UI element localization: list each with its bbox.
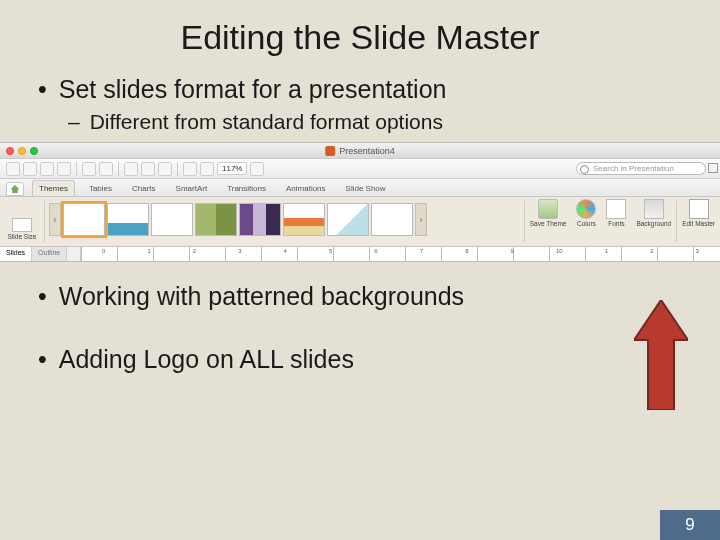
theme-thumb-6[interactable] <box>283 203 325 236</box>
tab-home-icon[interactable] <box>6 182 24 196</box>
edit-master-icon <box>689 199 709 219</box>
themes-gallery: ‹ › <box>49 203 427 236</box>
ruler-tick: 1 <box>605 248 608 254</box>
bullet-3: Adding Logo on ALL slides <box>40 345 690 374</box>
save-theme-label: Save Theme <box>530 220 567 227</box>
tab-charts[interactable]: Charts <box>126 181 162 196</box>
search-input[interactable]: Search in Presentation <box>576 162 706 175</box>
minimize-icon[interactable] <box>18 147 26 155</box>
grid-button[interactable] <box>183 162 197 176</box>
print-button[interactable] <box>57 162 71 176</box>
background-icon <box>644 199 664 219</box>
ruler-tick: 3 <box>695 248 698 254</box>
callout-arrow <box>634 300 688 410</box>
slide-content: Set slides format for a presentation Dif… <box>0 75 720 374</box>
quick-access-toolbar: 117% Search in Presentation <box>0 159 720 179</box>
slideshow-button[interactable] <box>158 162 172 176</box>
theme-thumb-3[interactable] <box>151 203 193 236</box>
ruler-tick: 1 <box>147 248 150 254</box>
document-title-text: Presentation4 <box>339 146 395 156</box>
slide-size-button[interactable] <box>12 218 32 232</box>
slide-size-label: Slide Size <box>8 233 37 240</box>
ruler-tick: 5 <box>329 248 332 254</box>
theme-thumb-4[interactable] <box>195 203 237 236</box>
tab-slideshow[interactable]: Slide Show <box>340 181 392 196</box>
paragraph-button[interactable] <box>141 162 155 176</box>
tab-smartart[interactable]: SmartArt <box>170 181 214 196</box>
right-ribbon-groups: Save Theme Colors Fonts Background <box>525 197 720 246</box>
theme-thumb-7[interactable] <box>327 203 369 236</box>
bullet-3-text: Adding Logo on ALL slides <box>59 345 354 374</box>
redo-button[interactable] <box>99 162 113 176</box>
tab-transitions[interactable]: Transitions <box>221 181 272 196</box>
titlebar: Presentation4 <box>0 143 720 159</box>
side-tab-slides[interactable]: Slides <box>0 247 32 262</box>
maximize-icon[interactable] <box>30 147 38 155</box>
bullet-1-text: Set slides format for a presentation <box>59 75 447 104</box>
ruler-tick: 7 <box>420 248 423 254</box>
ruler-tick: 2 <box>650 248 653 254</box>
fonts-label: Fonts <box>608 220 624 227</box>
side-tabs: Slides Outline <box>0 247 80 262</box>
theme-thumb-8[interactable] <box>371 203 413 236</box>
document-title: Presentation4 <box>325 146 395 156</box>
ruler-tick: 3 <box>238 248 241 254</box>
ruler-tick: 2 <box>193 248 196 254</box>
powerpoint-app-icon <box>325 146 335 156</box>
slide-number: 9 <box>660 510 720 540</box>
window-controls <box>6 147 38 155</box>
separator <box>76 162 77 176</box>
slide-title: Editing the Slide Master <box>0 0 720 75</box>
ruler-tick: 6 <box>374 248 377 254</box>
save-theme-icon <box>538 199 558 219</box>
ruler-tick: 10 <box>556 248 563 254</box>
page-setup-group: Slide Size <box>4 218 40 240</box>
powerpoint-window: Presentation4 117% Search in Presentatio… <box>0 142 720 262</box>
colors-button[interactable]: Colors <box>571 197 601 246</box>
edit-master-button[interactable]: Edit Master <box>677 197 720 246</box>
ruler: 0 1 2 3 4 5 6 7 8 9 10 1 2 3 <box>80 247 720 262</box>
background-button[interactable]: Background <box>631 197 676 246</box>
save-theme-button[interactable]: Save Theme <box>525 197 572 246</box>
ruler-tick: 9 <box>511 248 514 254</box>
bullet-1: Set slides format for a presentation <box>40 75 690 104</box>
save-button[interactable] <box>40 162 54 176</box>
ruler-tick: 0 <box>102 248 105 254</box>
ruler-tick: 8 <box>465 248 468 254</box>
new-button[interactable] <box>6 162 20 176</box>
theme-thumb-2[interactable] <box>107 203 149 236</box>
themes-group: ‹ › <box>45 197 524 246</box>
theme-thumb-1[interactable] <box>63 203 105 236</box>
edit-master-label: Edit Master <box>682 220 715 227</box>
format-painter-button[interactable] <box>124 162 138 176</box>
colors-label: Colors <box>577 220 596 227</box>
ribbon: Slide Size ‹ › <box>0 197 720 247</box>
scroll-left-icon[interactable]: ‹ <box>49 203 61 236</box>
bullet-1-sub-1: Different from standard format options <box>68 110 690 134</box>
help-button[interactable] <box>250 162 264 176</box>
side-tab-outline[interactable]: Outline <box>32 247 67 262</box>
tab-themes[interactable]: Themes <box>32 180 75 196</box>
ribbon-tabs: Themes Tables Charts SmartArt Transition… <box>0 179 720 197</box>
fonts-button[interactable]: Fonts <box>601 197 631 246</box>
undo-button[interactable] <box>82 162 96 176</box>
tab-animations[interactable]: Animations <box>280 181 332 196</box>
zoom-field[interactable]: 117% <box>217 162 247 175</box>
colors-icon <box>576 199 596 219</box>
theme-thumb-5[interactable] <box>239 203 281 236</box>
ruler-tick: 4 <box>284 248 287 254</box>
fonts-icon <box>606 199 626 219</box>
close-icon[interactable] <box>6 147 14 155</box>
scroll-right-icon[interactable]: › <box>415 203 427 236</box>
fullscreen-icon[interactable] <box>708 163 718 173</box>
lower-pane: Slides Outline 0 1 2 3 4 5 6 7 8 9 10 1 <box>0 247 720 262</box>
bullet-1-sub-1-text: Different from standard format options <box>90 110 443 134</box>
separator <box>118 162 119 176</box>
bullet-2: Working with patterned backgrounds <box>40 282 690 311</box>
bullet-2-text: Working with patterned backgrounds <box>59 282 464 311</box>
open-button[interactable] <box>23 162 37 176</box>
tab-tables[interactable]: Tables <box>83 181 118 196</box>
ruler-numbers: 0 1 2 3 4 5 6 7 8 9 10 1 2 3 <box>81 248 720 254</box>
show-button[interactable] <box>200 162 214 176</box>
separator <box>177 162 178 176</box>
